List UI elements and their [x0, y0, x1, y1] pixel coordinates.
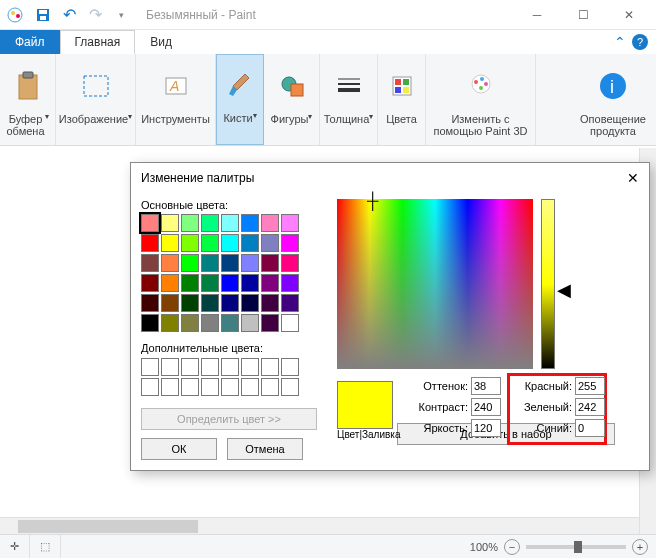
- basic-swatch[interactable]: [161, 314, 179, 332]
- group-shapes[interactable]: Фигуры▾: [264, 54, 320, 145]
- basic-swatch[interactable]: [281, 274, 299, 292]
- basic-swatch[interactable]: [241, 294, 259, 312]
- basic-swatch[interactable]: [161, 234, 179, 252]
- scroll-thumb[interactable]: [18, 520, 198, 533]
- basic-swatch[interactable]: [201, 314, 219, 332]
- custom-swatch[interactable]: [141, 358, 159, 376]
- basic-swatch[interactable]: [181, 254, 199, 272]
- basic-swatch[interactable]: [281, 294, 299, 312]
- basic-swatch[interactable]: [181, 294, 199, 312]
- custom-swatch[interactable]: [261, 378, 279, 396]
- basic-swatch[interactable]: [161, 294, 179, 312]
- basic-swatch[interactable]: [141, 274, 159, 292]
- basic-swatch[interactable]: [181, 314, 199, 332]
- group-thickness[interactable]: Толщина▾: [320, 54, 378, 145]
- basic-swatch[interactable]: [281, 234, 299, 252]
- basic-swatch[interactable]: [141, 234, 159, 252]
- cancel-button[interactable]: Отмена: [227, 438, 303, 460]
- basic-swatch[interactable]: [181, 214, 199, 232]
- custom-swatch[interactable]: [221, 358, 239, 376]
- basic-swatch[interactable]: [241, 274, 259, 292]
- dialog-close-button[interactable]: ✕: [627, 170, 639, 186]
- custom-swatch[interactable]: [161, 358, 179, 376]
- horizontal-scrollbar[interactable]: [0, 517, 639, 534]
- sat-input[interactable]: [471, 398, 501, 416]
- group-edit-3d[interactable]: Изменить с помощью Paint 3D: [426, 54, 536, 145]
- group-colors[interactable]: Цвета: [378, 54, 426, 145]
- basic-swatch[interactable]: [221, 274, 239, 292]
- basic-swatch[interactable]: [201, 214, 219, 232]
- zoom-out-button[interactable]: −: [504, 539, 520, 555]
- basic-swatch[interactable]: [161, 254, 179, 272]
- tab-file[interactable]: Файл: [0, 30, 60, 54]
- basic-swatch[interactable]: [241, 214, 259, 232]
- basic-swatch[interactable]: [141, 254, 159, 272]
- redo-icon[interactable]: ↷: [84, 4, 106, 26]
- basic-swatch[interactable]: [221, 314, 239, 332]
- help-icon[interactable]: ?: [632, 34, 648, 50]
- custom-swatch[interactable]: [281, 358, 299, 376]
- color-gradient[interactable]: ┼: [337, 199, 533, 369]
- custom-swatch[interactable]: [181, 358, 199, 376]
- tab-main[interactable]: Главная: [60, 30, 136, 54]
- undo-icon[interactable]: ↶: [58, 4, 80, 26]
- basic-swatch[interactable]: [161, 214, 179, 232]
- zoom-slider[interactable]: [526, 545, 626, 549]
- custom-swatch[interactable]: [201, 358, 219, 376]
- group-image[interactable]: Изображение▾: [56, 54, 136, 145]
- group-clipboard[interactable]: Буфер обмена ▾: [0, 54, 56, 145]
- basic-swatch[interactable]: [201, 234, 219, 252]
- custom-swatch[interactable]: [161, 378, 179, 396]
- basic-swatch[interactable]: [221, 234, 239, 252]
- group-brushes[interactable]: Кисти▾: [216, 54, 264, 145]
- custom-swatch[interactable]: [241, 378, 259, 396]
- basic-swatch[interactable]: [261, 254, 279, 272]
- basic-swatch[interactable]: [201, 294, 219, 312]
- group-notify[interactable]: i Оповещение продукта: [570, 54, 656, 145]
- basic-swatch[interactable]: [241, 234, 259, 252]
- save-icon[interactable]: [32, 4, 54, 26]
- group-tools[interactable]: A Инструменты: [136, 54, 216, 145]
- custom-swatch[interactable]: [181, 378, 199, 396]
- minimize-ribbon-icon[interactable]: ⌃: [614, 34, 626, 50]
- basic-swatch[interactable]: [241, 254, 259, 272]
- basic-swatch[interactable]: [141, 294, 159, 312]
- ok-button[interactable]: ОК: [141, 438, 217, 460]
- minimize-button[interactable]: ─: [514, 0, 560, 30]
- basic-swatch[interactable]: [281, 214, 299, 232]
- basic-swatch[interactable]: [261, 274, 279, 292]
- tab-view[interactable]: Вид: [135, 30, 187, 54]
- basic-swatch[interactable]: [141, 214, 159, 232]
- basic-swatch[interactable]: [221, 214, 239, 232]
- blue-input[interactable]: [575, 419, 605, 437]
- hue-input[interactable]: [471, 377, 501, 395]
- custom-swatch[interactable]: [221, 378, 239, 396]
- custom-swatch[interactable]: [241, 358, 259, 376]
- qat-dropdown-icon[interactable]: ▾: [110, 4, 132, 26]
- basic-swatch[interactable]: [181, 274, 199, 292]
- basic-swatch[interactable]: [241, 314, 259, 332]
- red-input[interactable]: [575, 377, 605, 395]
- basic-swatch[interactable]: [261, 234, 279, 252]
- maximize-button[interactable]: ☐: [560, 0, 606, 30]
- basic-swatch[interactable]: [261, 314, 279, 332]
- basic-swatch[interactable]: [181, 234, 199, 252]
- luminosity-bar[interactable]: [541, 199, 555, 369]
- green-input[interactable]: [575, 398, 605, 416]
- basic-swatch[interactable]: [281, 314, 299, 332]
- basic-swatch[interactable]: [281, 254, 299, 272]
- custom-swatch[interactable]: [201, 378, 219, 396]
- basic-swatch[interactable]: [221, 254, 239, 272]
- basic-swatch[interactable]: [161, 274, 179, 292]
- custom-swatch[interactable]: [261, 358, 279, 376]
- zoom-in-button[interactable]: +: [632, 539, 648, 555]
- basic-swatch[interactable]: [261, 214, 279, 232]
- basic-swatch[interactable]: [201, 254, 219, 272]
- basic-swatch[interactable]: [261, 294, 279, 312]
- basic-swatch[interactable]: [201, 274, 219, 292]
- basic-swatch[interactable]: [221, 294, 239, 312]
- basic-swatch[interactable]: [141, 314, 159, 332]
- lum-input[interactable]: [471, 419, 501, 437]
- custom-swatch[interactable]: [141, 378, 159, 396]
- close-button[interactable]: ✕: [606, 0, 652, 30]
